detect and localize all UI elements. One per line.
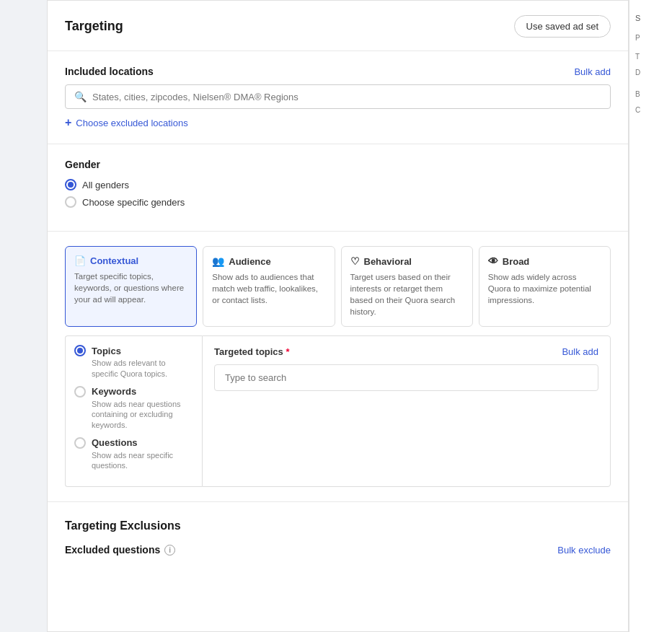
targeting-exclusions-section: Targeting Exclusions Excluded questions … <box>48 502 628 570</box>
questions-desc: Show ads near specific questions. <box>92 450 193 471</box>
targeting-card-behavioral[interactable]: ♡ Behavioral Target users based on their… <box>341 246 473 327</box>
gender-section: Gender All genders Choose specific gende… <box>48 144 628 232</box>
option-questions: Questions Show ads near specific questio… <box>74 437 193 471</box>
side-label-d: D <box>635 66 666 79</box>
search-icon: 🔍 <box>74 91 87 102</box>
contextual-card-title: 📄 Contextual <box>74 255 187 266</box>
targeted-topics-header: Targeted topics * Bulk add <box>214 346 598 357</box>
behavioral-card-desc: Target users based on their interests or… <box>350 271 464 317</box>
topics-bulk-add[interactable]: Bulk add <box>562 346 598 357</box>
locations-search-input[interactable] <box>92 92 601 102</box>
side-label-t: T <box>635 51 666 63</box>
targeting-cards-grid: 📄 Contextual Target specific topics, key… <box>65 246 611 327</box>
required-star: * <box>286 346 289 357</box>
plus-icon: + <box>65 116 71 129</box>
audience-card-title: 👥 Audience <box>212 255 325 267</box>
broad-card-title: 👁 Broad <box>488 255 601 267</box>
option-keywords: Keywords Show ads near questions contain… <box>74 386 193 430</box>
option-topics: Topics Show ads relevant to specific Quo… <box>74 345 193 379</box>
gender-specific-genders[interactable]: Choose specific genders <box>65 196 611 208</box>
use-saved-button[interactable]: Use saved ad set <box>514 15 611 38</box>
targeting-types-section: 📄 Contextual Target specific topics, key… <box>48 232 628 502</box>
keywords-desc: Show ads near questions containing or ex… <box>92 399 193 430</box>
radio-all-genders[interactable] <box>65 179 76 190</box>
included-locations-label: Included locations <box>65 66 154 77</box>
targeting-card-contextual[interactable]: 📄 Contextual Target specific topics, key… <box>65 246 197 327</box>
choose-excluded-locations[interactable]: + Choose excluded locations <box>65 116 611 129</box>
exclusions-title: Targeting Exclusions <box>65 519 611 532</box>
main-panel: Targeting Use saved ad set Included loca… <box>47 0 629 632</box>
contextual-options-row: Topics Show ads relevant to specific Quo… <box>65 335 611 487</box>
behavioral-card-title: ♡ Behavioral <box>350 255 464 267</box>
radio-questions[interactable] <box>74 437 86 449</box>
radio-keywords[interactable] <box>74 386 86 398</box>
included-locations-section: Included locations Bulk add 🔍 + Choose e… <box>48 51 628 144</box>
locations-search-wrap: 🔍 <box>65 84 611 109</box>
included-locations-label-row: Included locations Bulk add <box>65 66 611 77</box>
broad-card-desc: Show ads widely across Quora to maximize… <box>488 271 601 306</box>
specific-genders-label: Choose specific genders <box>82 197 185 208</box>
keywords-label: Keywords <box>92 386 136 397</box>
targeted-topics-label: Targeted topics * <box>214 346 290 357</box>
side-label-s: S <box>635 12 666 26</box>
broad-icon: 👁 <box>488 255 498 267</box>
side-label-b: B <box>635 88 666 101</box>
excluded-questions-label: Excluded questions i <box>65 544 175 556</box>
excluded-questions-row: Excluded questions i Bulk exclude <box>65 544 611 556</box>
side-label-c: C <box>635 104 666 117</box>
side-panel-content: S P T D B C <box>629 0 672 128</box>
topics-search-input[interactable] <box>214 364 598 391</box>
topics-desc: Show ads relevant to specific Quora topi… <box>92 358 193 379</box>
side-panel: S P T D B C <box>629 0 672 632</box>
contextual-icon: 📄 <box>74 255 86 266</box>
targeting-header: Targeting Use saved ad set <box>48 1 628 51</box>
bulk-exclude-link[interactable]: Bulk exclude <box>557 545 611 556</box>
info-icon[interactable]: i <box>164 545 175 556</box>
side-label-p: P <box>635 32 666 45</box>
radio-keywords-row[interactable]: Keywords <box>74 386 193 398</box>
gender-label: Gender <box>65 159 611 170</box>
gender-all-genders[interactable]: All genders <box>65 179 611 190</box>
topics-label: Topics <box>92 346 121 356</box>
choose-excluded-label: Choose excluded locations <box>76 118 187 128</box>
radio-questions-row[interactable]: Questions <box>74 437 193 449</box>
questions-label: Questions <box>92 437 138 448</box>
audience-card-desc: Show ads to audiences that match web tra… <box>212 271 325 306</box>
radio-topics-row[interactable]: Topics <box>74 345 193 356</box>
targeted-topics-panel: Targeted topics * Bulk add <box>202 335 611 487</box>
behavioral-icon: ♡ <box>350 255 360 267</box>
audience-icon: 👥 <box>212 255 224 267</box>
contextual-options-panel: Topics Show ads relevant to specific Quo… <box>65 335 202 487</box>
targeting-card-audience[interactable]: 👥 Audience Show ads to audiences that ma… <box>203 246 335 327</box>
page-title: Targeting <box>65 19 123 34</box>
targeting-card-broad[interactable]: 👁 Broad Show ads widely across Quora to … <box>479 246 611 327</box>
radio-specific-genders[interactable] <box>65 196 76 208</box>
bulk-add-link[interactable]: Bulk add <box>574 66 611 77</box>
all-genders-label: All genders <box>82 180 129 190</box>
contextual-card-desc: Target specific topics, keywords, or que… <box>74 271 187 305</box>
radio-topics[interactable] <box>74 345 86 356</box>
